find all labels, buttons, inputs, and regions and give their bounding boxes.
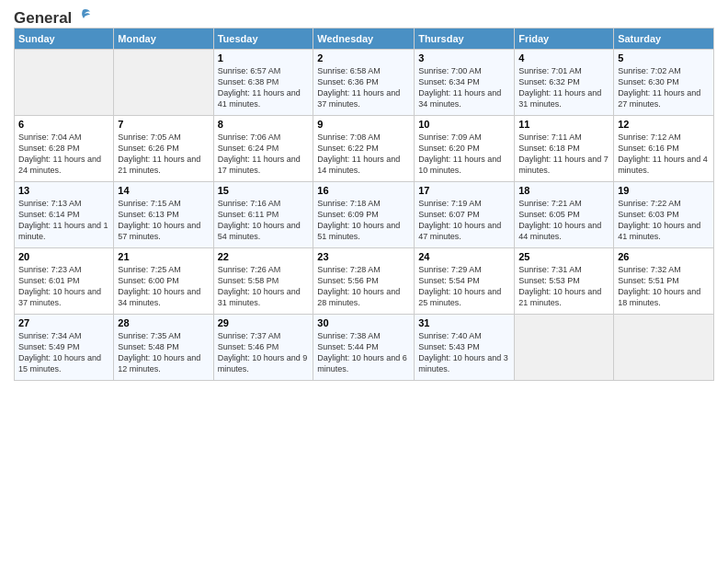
day-number: 4 bbox=[518, 52, 609, 63]
calendar-week-row: 1Sunrise: 6:57 AMSunset: 6:38 PMDaylight… bbox=[15, 50, 714, 116]
day-number: 21 bbox=[118, 251, 209, 262]
calendar-cell: 24Sunrise: 7:29 AMSunset: 5:54 PMDayligh… bbox=[415, 248, 515, 315]
calendar-cell: 8Sunrise: 7:06 AMSunset: 6:24 PMDaylight… bbox=[213, 116, 313, 182]
day-info: Sunrise: 7:29 AMSunset: 5:54 PMDaylight:… bbox=[418, 264, 510, 309]
day-info: Sunrise: 7:25 AMSunset: 6:00 PMDaylight:… bbox=[118, 264, 209, 309]
day-number: 11 bbox=[518, 119, 609, 130]
calendar-cell: 28Sunrise: 7:35 AMSunset: 5:48 PMDayligh… bbox=[114, 315, 213, 381]
day-number: 27 bbox=[18, 317, 109, 328]
calendar-cell: 27Sunrise: 7:34 AMSunset: 5:49 PMDayligh… bbox=[15, 315, 114, 381]
calendar-week-row: 20Sunrise: 7:23 AMSunset: 6:01 PMDayligh… bbox=[15, 248, 714, 315]
day-number: 15 bbox=[218, 185, 310, 196]
weekday-header-thursday: Thursday bbox=[415, 29, 515, 50]
day-number: 26 bbox=[618, 251, 710, 262]
day-info: Sunrise: 7:38 AMSunset: 5:44 PMDaylight:… bbox=[317, 330, 410, 375]
day-info: Sunrise: 7:23 AMSunset: 6:01 PMDaylight:… bbox=[18, 264, 109, 309]
day-info: Sunrise: 7:08 AMSunset: 6:22 PMDaylight:… bbox=[317, 132, 410, 177]
calendar-cell bbox=[515, 315, 614, 381]
calendar-cell: 17Sunrise: 7:19 AMSunset: 6:07 PMDayligh… bbox=[415, 182, 515, 248]
calendar-cell bbox=[114, 50, 213, 116]
day-info: Sunrise: 7:05 AMSunset: 6:26 PMDaylight:… bbox=[118, 132, 209, 177]
day-number: 17 bbox=[418, 185, 510, 196]
day-number: 28 bbox=[118, 317, 209, 328]
header: General bbox=[14, 9, 714, 24]
day-number: 10 bbox=[418, 119, 510, 130]
calendar-cell: 5Sunrise: 7:02 AMSunset: 6:30 PMDaylight… bbox=[614, 50, 714, 116]
day-number: 20 bbox=[18, 251, 109, 262]
day-info: Sunrise: 7:31 AMSunset: 5:53 PMDaylight:… bbox=[518, 264, 609, 309]
day-info: Sunrise: 7:06 AMSunset: 6:24 PMDaylight:… bbox=[218, 132, 310, 177]
day-number: 29 bbox=[218, 317, 310, 328]
day-number: 31 bbox=[418, 317, 510, 328]
calendar-cell: 21Sunrise: 7:25 AMSunset: 6:00 PMDayligh… bbox=[114, 248, 213, 315]
day-number: 25 bbox=[518, 251, 609, 262]
calendar-cell: 18Sunrise: 7:21 AMSunset: 6:05 PMDayligh… bbox=[515, 182, 614, 248]
day-number: 12 bbox=[618, 119, 710, 130]
day-info: Sunrise: 7:26 AMSunset: 5:58 PMDaylight:… bbox=[218, 264, 310, 309]
calendar-cell: 10Sunrise: 7:09 AMSunset: 6:20 PMDayligh… bbox=[415, 116, 515, 182]
weekday-header-tuesday: Tuesday bbox=[213, 29, 313, 50]
calendar-cell: 3Sunrise: 7:00 AMSunset: 6:34 PMDaylight… bbox=[415, 50, 515, 116]
calendar-cell: 1Sunrise: 6:57 AMSunset: 6:38 PMDaylight… bbox=[213, 50, 313, 116]
calendar-cell: 22Sunrise: 7:26 AMSunset: 5:58 PMDayligh… bbox=[213, 248, 313, 315]
day-number: 22 bbox=[218, 251, 310, 262]
calendar-cell: 13Sunrise: 7:13 AMSunset: 6:14 PMDayligh… bbox=[15, 182, 114, 248]
logo-bird-icon bbox=[74, 7, 92, 26]
day-info: Sunrise: 7:35 AMSunset: 5:48 PMDaylight:… bbox=[118, 330, 209, 375]
day-info: Sunrise: 7:04 AMSunset: 6:28 PMDaylight:… bbox=[18, 132, 109, 177]
day-number: 1 bbox=[218, 52, 310, 63]
day-info: Sunrise: 7:34 AMSunset: 5:49 PMDaylight:… bbox=[18, 330, 109, 375]
day-info: Sunrise: 7:37 AMSunset: 5:46 PMDaylight:… bbox=[218, 330, 310, 375]
day-info: Sunrise: 7:11 AMSunset: 6:18 PMDaylight:… bbox=[518, 132, 609, 177]
day-info: Sunrise: 7:28 AMSunset: 5:56 PMDaylight:… bbox=[317, 264, 410, 309]
day-number: 13 bbox=[18, 185, 109, 196]
calendar-cell: 29Sunrise: 7:37 AMSunset: 5:46 PMDayligh… bbox=[213, 315, 313, 381]
day-number: 23 bbox=[317, 251, 410, 262]
day-number: 19 bbox=[618, 185, 710, 196]
calendar-cell: 30Sunrise: 7:38 AMSunset: 5:44 PMDayligh… bbox=[313, 315, 415, 381]
day-info: Sunrise: 7:22 AMSunset: 6:03 PMDaylight:… bbox=[618, 198, 710, 243]
calendar-cell: 20Sunrise: 7:23 AMSunset: 6:01 PMDayligh… bbox=[15, 248, 114, 315]
calendar-cell bbox=[15, 50, 114, 116]
day-number: 5 bbox=[618, 52, 710, 63]
day-info: Sunrise: 7:15 AMSunset: 6:13 PMDaylight:… bbox=[118, 198, 209, 243]
day-number: 3 bbox=[418, 52, 510, 63]
weekday-header-sunday: Sunday bbox=[15, 29, 114, 50]
logo: General bbox=[14, 9, 92, 24]
calendar-cell: 23Sunrise: 7:28 AMSunset: 5:56 PMDayligh… bbox=[313, 248, 415, 315]
day-info: Sunrise: 7:40 AMSunset: 5:43 PMDaylight:… bbox=[418, 330, 510, 375]
day-number: 6 bbox=[18, 119, 109, 130]
calendar-cell: 15Sunrise: 7:16 AMSunset: 6:11 PMDayligh… bbox=[213, 182, 313, 248]
calendar-cell: 19Sunrise: 7:22 AMSunset: 6:03 PMDayligh… bbox=[614, 182, 714, 248]
day-number: 8 bbox=[218, 119, 310, 130]
calendar-cell: 31Sunrise: 7:40 AMSunset: 5:43 PMDayligh… bbox=[415, 315, 515, 381]
day-info: Sunrise: 7:32 AMSunset: 5:51 PMDaylight:… bbox=[618, 264, 710, 309]
main-container: General SundayMondayTuesdayWednesdayThur… bbox=[0, 0, 728, 385]
calendar-cell: 26Sunrise: 7:32 AMSunset: 5:51 PMDayligh… bbox=[614, 248, 714, 315]
day-info: Sunrise: 6:57 AMSunset: 6:38 PMDaylight:… bbox=[218, 65, 310, 110]
day-info: Sunrise: 7:19 AMSunset: 6:07 PMDaylight:… bbox=[418, 198, 510, 243]
calendar-cell: 7Sunrise: 7:05 AMSunset: 6:26 PMDaylight… bbox=[114, 116, 213, 182]
day-number: 7 bbox=[118, 119, 209, 130]
day-info: Sunrise: 7:02 AMSunset: 6:30 PMDaylight:… bbox=[618, 65, 710, 110]
day-info: Sunrise: 7:09 AMSunset: 6:20 PMDaylight:… bbox=[418, 132, 510, 177]
day-info: Sunrise: 7:13 AMSunset: 6:14 PMDaylight:… bbox=[18, 198, 109, 243]
day-info: Sunrise: 7:01 AMSunset: 6:32 PMDaylight:… bbox=[518, 65, 609, 110]
calendar-cell: 6Sunrise: 7:04 AMSunset: 6:28 PMDaylight… bbox=[15, 116, 114, 182]
day-number: 30 bbox=[317, 317, 410, 328]
logo-text: General bbox=[14, 9, 72, 28]
day-info: Sunrise: 7:12 AMSunset: 6:16 PMDaylight:… bbox=[618, 132, 710, 177]
weekday-header-wednesday: Wednesday bbox=[313, 29, 415, 50]
weekday-header-friday: Friday bbox=[515, 29, 614, 50]
calendar-week-row: 27Sunrise: 7:34 AMSunset: 5:49 PMDayligh… bbox=[15, 315, 714, 381]
day-number: 24 bbox=[418, 251, 510, 262]
calendar-cell: 9Sunrise: 7:08 AMSunset: 6:22 PMDaylight… bbox=[313, 116, 415, 182]
calendar-cell: 25Sunrise: 7:31 AMSunset: 5:53 PMDayligh… bbox=[515, 248, 614, 315]
calendar-cell: 16Sunrise: 7:18 AMSunset: 6:09 PMDayligh… bbox=[313, 182, 415, 248]
calendar-cell: 2Sunrise: 6:58 AMSunset: 6:36 PMDaylight… bbox=[313, 50, 415, 116]
day-info: Sunrise: 7:18 AMSunset: 6:09 PMDaylight:… bbox=[317, 198, 410, 243]
day-info: Sunrise: 7:16 AMSunset: 6:11 PMDaylight:… bbox=[218, 198, 310, 243]
weekday-header-row: SundayMondayTuesdayWednesdayThursdayFrid… bbox=[15, 29, 714, 50]
day-info: Sunrise: 6:58 AMSunset: 6:36 PMDaylight:… bbox=[317, 65, 410, 110]
calendar-cell: 11Sunrise: 7:11 AMSunset: 6:18 PMDayligh… bbox=[515, 116, 614, 182]
